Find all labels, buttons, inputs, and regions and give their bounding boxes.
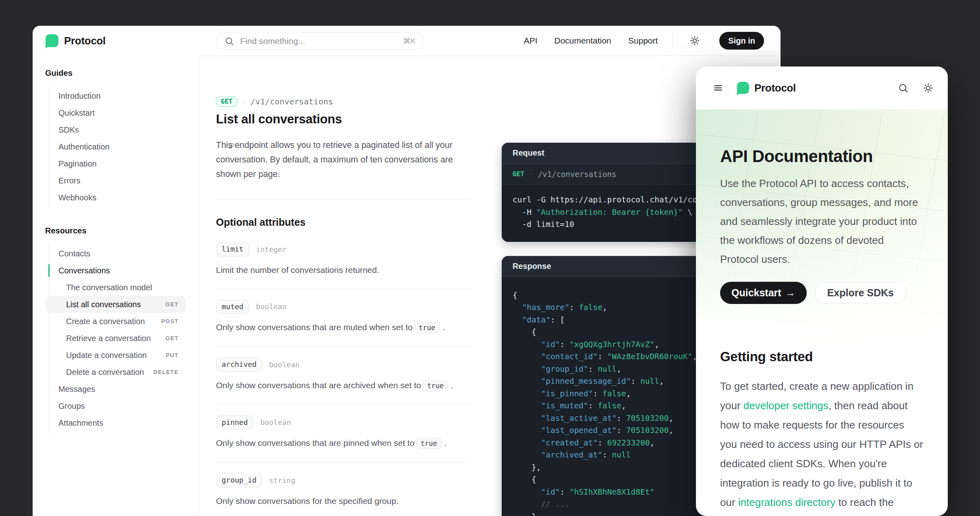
method-tag-get: GET [166,301,186,308]
cta-row: Quickstart → Explore SDKs [720,282,924,304]
optional-attributes-title: Optional attributes [216,216,471,228]
sidebar-item-contacts[interactable]: Contacts [49,245,186,262]
attribute-type: integer [256,245,287,254]
guides-list: Introduction Quickstart SDKs Authenticat… [49,84,186,209]
request-path: /v1/conversations [538,170,616,179]
theme-toggle-sun-icon[interactable] [687,33,702,48]
method-tag-get: GET [166,335,186,341]
sidebar-item-label: Update a conversation [66,351,147,360]
sidebar-item-messages[interactable]: Messages [49,381,186,397]
inline-code-true: true [423,380,448,391]
sidebar-section-resources: Resources [45,226,199,235]
sidebar-item-errors[interactable]: Errors [49,172,186,189]
attribute-description: Limit the number of conversations return… [216,264,471,277]
sidebar-item-delete-conversation[interactable]: Delete a conversation DELETE [49,364,186,381]
quickstart-label: Quickstart [731,287,781,299]
sidebar-item-sdks[interactable]: SDKs [49,121,186,138]
top-navigation: API Documentation Support Sign in [524,26,764,56]
quickstart-button[interactable]: Quickstart → [720,282,807,304]
attribute-description: Only show conversations that are pinned … [216,437,471,450]
getting-started-text: To get started, create a new application… [720,377,924,516]
search-shortcut: ⌘K [403,36,416,46]
sidebar-item-quickstart[interactable]: Quickstart [49,104,186,121]
attribute-name: archived [216,358,262,372]
promo-brand-name: Protocol [754,82,796,94]
attribute-archived: archived boolean Only show conversations… [216,347,471,405]
attribute-name: muted [216,300,249,314]
arrow-right-icon: → [785,287,795,299]
inline-code-true: true [414,322,440,333]
sidebar-item-groups[interactable]: Groups [49,397,186,414]
response-panel-title: Response [513,262,551,271]
developer-settings-link[interactable]: developer settings [743,399,828,412]
sidebar-item-create-conversation[interactable]: Create a conversation POST [49,313,186,330]
brand-name: Protocol [64,35,106,47]
sidebar-item-authentication[interactable]: Authentication [49,138,186,155]
app-window: Protocol ⌘K API Documentation Support Si… [33,26,781,516]
nav-link-documentation[interactable]: Documentation [554,36,611,46]
sidebar-item-attachments[interactable]: Attachments [49,414,186,431]
sidebar-item-list-all-conversations[interactable]: List all conversations GET [46,296,186,313]
promo-card-body: API Documentation Use the Protocol API t… [696,147,948,516]
sidebar: Guides Introduction Quickstart SDKs Auth… [33,56,199,516]
attribute-type: boolean [256,302,287,311]
sidebar-item-webhooks[interactable]: Webhooks [49,189,186,206]
sidebar-item-conversations[interactable]: Conversations [49,262,186,279]
search-box[interactable]: ⌘K [216,32,424,50]
promo-brand-logo-icon [737,82,749,94]
sidebar-item-label: Delete a conversation [66,368,144,377]
promo-search-icon[interactable] [895,80,911,96]
promo-theme-sun-icon[interactable] [920,80,936,96]
sign-in-button[interactable]: Sign in [719,32,764,50]
sidebar-item-introduction[interactable]: Introduction [49,87,186,104]
request-panel-title: Request [513,148,544,158]
sidebar-item-label: List all conversations [66,300,141,309]
attribute-type: string [269,476,295,485]
sidebar-item-update-conversation[interactable]: Update a conversation PUT [49,347,186,364]
nav-link-support[interactable]: Support [628,36,658,46]
attribute-muted: muted boolean Only show conversations th… [216,289,471,347]
nav-divider [672,33,673,49]
article: GET · /v1/conversations List all convers… [216,56,471,516]
attribute-name: limit [216,242,249,256]
search-icon [224,36,234,46]
getting-started-title: Getting started [720,349,924,364]
brand-logo-icon [46,34,58,47]
sidebar-item-label: Create a conversation [66,317,145,326]
http-method-badge: GET [216,96,237,107]
sidebar-item-pagination[interactable]: Pagination [49,155,186,172]
promo-brand-logo[interactable]: Protocol [737,82,796,94]
attribute-type: boolean [260,418,291,427]
method-tag-post: POST [161,318,186,325]
search-input[interactable] [239,36,398,46]
attribute-description: Only show conversations for the specifie… [216,495,471,508]
promo-card: Protocol API Documentation Use the Proto… [696,67,948,516]
attribute-group-id: group_id string Only show conversations … [216,462,471,516]
sidebar-item-label: Retrieve a conversation [66,334,151,343]
brand-logo[interactable]: Protocol [46,34,106,47]
attribute-name: pinned [216,416,253,430]
sidebar-item-conversation-model[interactable]: The conversation model [49,279,186,296]
endpoint-path: /v1/conversations [251,97,333,106]
attribute-pinned: pinned boolean Only show conversations t… [216,405,471,463]
method-tag-delete: DELETE [154,369,186,375]
sidebar-divider [199,56,199,516]
nav-link-api[interactable]: API [524,36,538,46]
attribute-limit: limit integer Limit the number of conver… [216,231,471,289]
hero-description: Use the Protocol API to access contacts,… [720,174,924,269]
endpoint-description: This endpoint allows you to retrieve a p… [216,138,471,181]
resources-list: Contacts Conversations The conversation … [49,242,186,435]
eyebrow-separator: · [243,97,245,106]
attribute-description: Only show conversations that are archive… [216,379,471,392]
integrations-directory-link[interactable]: integrations directory [738,496,835,508]
section-divider [216,199,471,200]
inline-code-true: true [416,438,442,449]
hero-title: API Documentation [720,147,924,166]
attribute-type: boolean [269,360,300,369]
method-tag-put: PUT [166,352,186,358]
sidebar-item-retrieve-conversation[interactable]: Retrieve a conversation GET [49,330,186,347]
attribute-name: group_id [216,473,262,487]
explore-sdks-button[interactable]: Explore SDKs [815,282,906,304]
menu-hamburger-icon[interactable] [713,83,723,93]
attribute-description: Only show conversations that are muted w… [216,321,471,334]
